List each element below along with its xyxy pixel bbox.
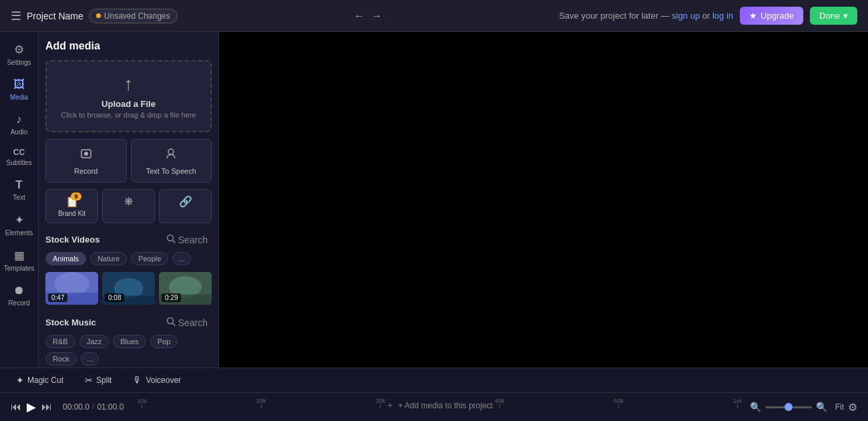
timeline-settings-icon: ⚙	[848, 402, 857, 413]
media-icon: 🖼	[13, 78, 25, 92]
link-button[interactable]: 🔗	[159, 189, 212, 223]
main-area: ⚙ Settings 🖼 Media ♪ Audio CC Subtitles …	[0, 32, 868, 368]
brand-kit-wrapper: 📋 9	[65, 195, 79, 208]
upload-subtitle: Click to browse, or drag & drop a file h…	[55, 111, 202, 119]
tick-20k: 20k	[256, 398, 266, 408]
unsaved-dot	[96, 13, 101, 18]
sidebar-label-settings: Settings	[7, 59, 31, 66]
voiceover-button[interactable]: 🎙 Voiceover	[128, 372, 186, 388]
fit-button[interactable]: Fit	[831, 401, 848, 413]
sidebar-item-elements[interactable]: ✦ Elements	[2, 208, 37, 242]
video-thumb-3[interactable]: 0:29	[159, 272, 212, 305]
media-buttons: Record Text To Speech	[45, 139, 212, 182]
link-icon: 🔗	[179, 195, 192, 208]
sidebar-item-templates[interactable]: ▦ Templates	[2, 243, 37, 277]
sidebar-label-elements: Elements	[5, 229, 33, 237]
undo-icon[interactable]: ←	[354, 10, 365, 22]
brand-kit-badge: 9	[71, 192, 81, 200]
unsaved-badge[interactable]: Unsaved Changes	[89, 9, 178, 23]
tag-blues[interactable]: Blues	[113, 335, 146, 348]
brand-kit-label: Brand Kit	[58, 210, 85, 217]
upload-area[interactable]: ↑ Upload a File Click to browse, or drag…	[45, 60, 212, 132]
add-media-to-project[interactable]: ＋ + Add media to this project	[386, 400, 493, 411]
hamburger-icon[interactable]: ☰	[11, 9, 21, 23]
media-panel: Add media ↑ Upload a File Click to brows…	[39, 32, 219, 368]
stock-videos-header: Stock Videos Search	[45, 233, 212, 247]
topbar-left: ☰ Project Name Unsaved Changes	[11, 9, 178, 23]
stock-music-search-button[interactable]: Search	[162, 315, 212, 329]
tag-people[interactable]: People	[131, 252, 168, 265]
tag-more-music[interactable]: ...	[81, 352, 99, 366]
bottom-bar: ✦ Magic Cut ✂ Split 🎙 Voiceover ⏮ ▶ ⏭ 00…	[0, 368, 868, 421]
sidebar-item-text[interactable]: T Text	[2, 173, 37, 206]
tag-rock[interactable]: Rock	[45, 352, 77, 366]
tag-nature[interactable]: Nature	[90, 252, 127, 265]
stock-videos-search-button[interactable]: Search	[162, 233, 212, 247]
log-in-link[interactable]: log in	[712, 11, 733, 21]
video-thumb-2[interactable]: 0:08	[102, 272, 155, 305]
text-to-speech-label: Text To Speech	[146, 167, 196, 175]
time-separator: /	[92, 402, 94, 412]
sign-up-link[interactable]: sign up	[672, 11, 700, 21]
zoom-controls: 🔍 🔍 Fit	[750, 401, 848, 413]
tag-more-videos[interactable]: ...	[172, 252, 190, 265]
zoom-slider[interactable]	[765, 406, 812, 408]
tag-pop[interactable]: Pop	[150, 335, 178, 348]
zoom-out-icon: 🔍	[750, 402, 761, 412]
rewind-button[interactable]: ⏮	[11, 401, 21, 413]
sidebar-label-templates: Templates	[4, 265, 35, 272]
unsaved-label: Unsaved Changes	[104, 11, 170, 21]
preview-video	[219, 32, 868, 368]
tick-10s: 10s	[137, 398, 147, 408]
upload-icon: ↑	[55, 74, 202, 95]
video-thumb-1[interactable]: 0:47	[45, 272, 98, 305]
timeline-controls: ⏮ ▶ ⏭	[11, 400, 52, 414]
forward-button[interactable]: ⏭	[41, 401, 52, 413]
video-duration-3: 0:29	[162, 293, 181, 302]
play-button[interactable]: ▶	[27, 400, 36, 414]
svg-point-1	[84, 152, 88, 156]
magic-cut-button[interactable]: ✦ Magic Cut	[11, 372, 69, 388]
sidebar-item-settings[interactable]: ⚙ Settings	[2, 37, 37, 72]
timeline-settings-button[interactable]: ⚙	[848, 401, 857, 414]
upgrade-button[interactable]: ★ Upgrade	[740, 7, 803, 25]
icon-sidebar: ⚙ Settings 🖼 Media ♪ Audio CC Subtitles …	[0, 32, 39, 368]
sidebar-label-audio: Audio	[11, 128, 28, 136]
star-icon: ★	[749, 11, 757, 21]
stock-music-header: Stock Music Search	[45, 315, 212, 329]
text-to-speech-button[interactable]: Text To Speech	[131, 139, 212, 182]
tick-30k: 30k	[376, 398, 386, 408]
voiceover-label: Voiceover	[146, 376, 181, 385]
redo-icon[interactable]: →	[371, 10, 382, 22]
music-search-label: Search	[178, 317, 208, 328]
tick-50k: 50k	[614, 398, 624, 408]
tag-animals[interactable]: Animals	[45, 252, 86, 265]
audio-icon: ♪	[16, 113, 22, 126]
sidebar-item-audio[interactable]: ♪ Audio	[2, 108, 37, 141]
done-button[interactable]: Done ▾	[810, 7, 857, 25]
svg-line-4	[172, 241, 175, 243]
brand-kit-button[interactable]: 📋 9 Brand Kit	[45, 189, 98, 223]
templates-icon: ▦	[14, 249, 25, 263]
zoom-in-button[interactable]: 🔍	[816, 402, 827, 412]
tag-rnb[interactable]: R&B	[45, 335, 75, 348]
stock-videos-grid: 0:47 0:08 0:29	[45, 272, 212, 305]
zoom-out-button[interactable]: 🔍	[750, 402, 761, 412]
sidebar-item-record[interactable]: ⏺ Record	[2, 279, 37, 312]
split-button[interactable]: ✂ Split	[79, 372, 117, 388]
time-display: 00:00.0 / 01:00.0	[63, 402, 124, 412]
bottom-tools: ✦ Magic Cut ✂ Split 🎙 Voiceover	[0, 368, 868, 393]
record-button[interactable]: Record	[45, 139, 127, 182]
timeline-area: ⏮ ▶ ⏭ 00:00.0 / 01:00.0 10s 20k 30k 40k …	[0, 393, 868, 421]
stock-videos-tags: Animals Nature People ...	[45, 252, 212, 265]
project-name[interactable]: Project Name	[27, 11, 83, 21]
sidebar-item-media[interactable]: 🖼 Media	[2, 73, 37, 106]
timeline-track[interactable]: 10s 20k 30k 40k 50k 1m ＋ + Add media to …	[137, 398, 741, 416]
tag-jazz[interactable]: Jazz	[79, 335, 110, 348]
text-icon: T	[15, 178, 22, 192]
integrations-button[interactable]: ❋	[102, 189, 155, 223]
voiceover-icon: 🎙	[133, 375, 142, 386]
sidebar-item-subtitles[interactable]: CC Subtitles	[2, 142, 37, 172]
magic-cut-label: Magic Cut	[27, 376, 63, 385]
topbar-right: Save your project for later — sign up or…	[559, 7, 857, 25]
